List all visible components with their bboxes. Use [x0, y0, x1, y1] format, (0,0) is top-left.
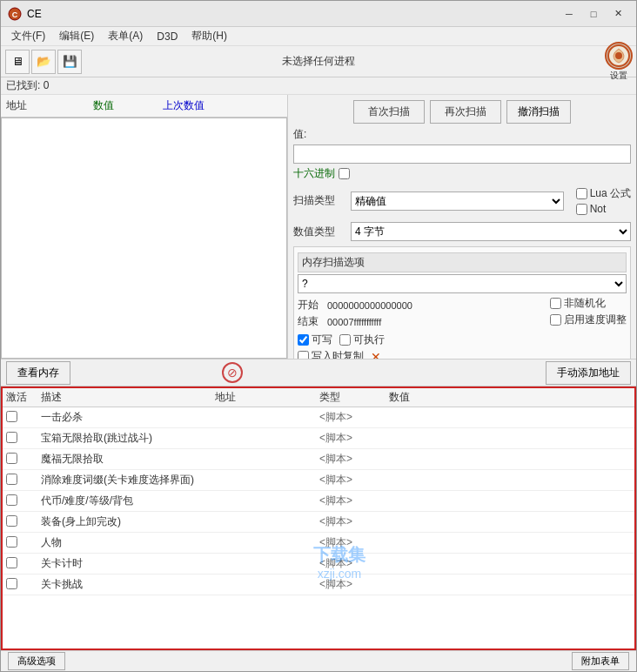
data-type-select[interactable]: 4 字节 [351, 222, 631, 241]
not-label[interactable]: Not [576, 203, 631, 215]
not-checkbox[interactable] [576, 204, 587, 215]
cancel-scan-button[interactable]: 撤消扫描 [506, 100, 571, 124]
menu-file[interactable]: 文件(F) [4, 27, 52, 45]
cheat-row-4[interactable]: 代币/难度/等级/背包 <脚本> [3, 491, 634, 512]
data-type-row: 数值类型 4 字节 [293, 222, 631, 241]
cheat-row-1[interactable]: 宝箱无限拾取(跳过战斗) <脚本> [3, 428, 634, 449]
cheat-row-5[interactable]: 装备(身上卸完改) <脚本> [3, 512, 634, 533]
advanced-button[interactable]: 高级选项 [8, 652, 65, 670]
cheat-type-0: <脚本> [319, 410, 389, 425]
cheat-row-2[interactable]: 魔福无限拾取 <脚本> [3, 449, 634, 470]
hex-checkbox[interactable] [339, 168, 350, 179]
memory-checkboxes: 可写 可执行 [298, 333, 627, 347]
maximize-button[interactable]: □ [582, 4, 605, 24]
cheat-active-3[interactable] [6, 474, 17, 485]
lua-formula-label[interactable]: Lua 公式 [576, 186, 631, 201]
writable-checkbox[interactable] [298, 334, 309, 346]
cheat-active-2[interactable] [6, 453, 17, 464]
menu-d3d[interactable]: D3D [150, 29, 184, 44]
cheat-desc-7: 关卡计时 [41, 556, 215, 571]
cheat-row-3[interactable]: 消除难度词缀(关卡难度选择界面) <脚本> [3, 470, 634, 491]
copy-on-write-label[interactable]: 写入时复制 [298, 349, 364, 359]
cheat-type-3: <脚本> [319, 473, 389, 487]
folder-button[interactable]: 📂 [31, 50, 56, 74]
start-label: 开始 [298, 298, 324, 312]
speed-adjust-checkbox[interactable] [550, 314, 561, 326]
cheat-active-5[interactable] [6, 515, 17, 527]
executable-checkbox[interactable] [339, 334, 351, 346]
lua-formula-checkbox[interactable] [576, 188, 587, 199]
cheat-active-6[interactable] [6, 536, 17, 548]
value-input[interactable] [293, 144, 631, 164]
col-prev-value: 上次数值 [158, 97, 245, 115]
cheat-col-type: 类型 [319, 390, 389, 405]
menu-table[interactable]: 表单(A) [101, 27, 150, 45]
add-address-button[interactable]: 手动添加地址 [546, 361, 631, 385]
cheat-active-1[interactable] [6, 432, 17, 443]
end-label: 结束 [298, 314, 324, 329]
start-value: 0000000000000000 [327, 300, 546, 311]
not-random-label[interactable]: 非随机化 [550, 296, 627, 311]
cheat-active-7[interactable] [6, 557, 17, 568]
cheat-active-8[interactable] [6, 578, 17, 589]
bottom-toolbar: 查看内存 ⊘ 手动添加地址 [1, 359, 636, 386]
cheat-type-6: <脚本> [319, 535, 389, 550]
cheat-desc-3: 消除难度词缀(关卡难度选择界面) [41, 473, 215, 487]
toolbar-right: 设置 [605, 42, 633, 82]
cheat-desc-4: 代币/难度/等级/背包 [41, 494, 215, 508]
cheat-col-val: 数值 [389, 390, 459, 405]
cheat-row-6[interactable]: 人物 <脚本> [3, 533, 634, 554]
lua-formula-text: Lua 公式 [590, 186, 631, 201]
menu-help[interactable]: 帮助(H) [184, 27, 234, 45]
cheat-col-active: 激活 [6, 390, 41, 405]
end-value: 00007fffffffffff [327, 317, 546, 327]
bottom-bar: 高级选项 附加表单 [1, 650, 636, 671]
cheat-table[interactable]: 激活 描述 地址 类型 数值 一击必杀 <脚本> 宝箱无限拾取(跳过战斗) <脚… [1, 386, 636, 650]
minimize-button[interactable]: ─ [558, 4, 580, 24]
menu-bar: 文件(F) 编辑(E) 表单(A) D3D 帮助(H) [1, 27, 636, 46]
speed-adjust-label[interactable]: 启用速度调整 [550, 312, 627, 327]
data-type-label: 数值类型 [293, 225, 345, 239]
next-scan-button[interactable]: 再次扫描 [430, 100, 501, 124]
memory-type-select[interactable]: ? [298, 274, 627, 293]
status-bar: 已找到: 0 [1, 77, 636, 95]
cancel-circle[interactable]: ⊘ [222, 362, 243, 383]
not-random-text: 非随机化 [564, 296, 606, 311]
address-list[interactable] [1, 118, 287, 359]
folder-icon: 📂 [37, 55, 51, 68]
cheat-row-0[interactable]: 一击必杀 <脚本> [3, 407, 634, 428]
cheat-active-0[interactable] [6, 411, 17, 422]
cheat-row-8[interactable]: 关卡挑战 <脚本> [3, 575, 634, 595]
executable-label[interactable]: 可执行 [339, 333, 385, 347]
copy-on-write-text: 写入时复制 [312, 349, 364, 359]
main-window: C CE ─ □ ✕ 文件(F) 编辑(E) 表单(A) D3D 帮助(H) 🖥… [0, 0, 637, 672]
left-panel: 地址 数值 上次数值 [1, 95, 288, 359]
not-text: Not [590, 203, 607, 215]
cheat-table-header: 激活 描述 地址 类型 数值 [3, 388, 634, 407]
scan-type-select[interactable]: 精确值 [351, 192, 564, 211]
scan-buttons: 首次扫描 再次扫描 撤消扫描 [293, 100, 631, 124]
writable-label[interactable]: 可写 [298, 333, 332, 347]
cheat-desc-5: 装备(身上卸完改) [41, 514, 215, 529]
first-scan-button[interactable]: 首次扫描 [353, 100, 425, 124]
close-button[interactable]: ✕ [607, 4, 629, 24]
menu-edit[interactable]: 编辑(E) [52, 27, 101, 45]
memory-options-title: 内存扫描选项 [298, 252, 627, 272]
save-button[interactable]: 💾 [57, 50, 82, 74]
col-address: 地址 [1, 97, 88, 115]
end-addr-row: 结束 00007fffffffffff [298, 314, 546, 329]
settings-area[interactable]: 设置 [605, 42, 633, 82]
memory-options: 内存扫描选项 ? 开始 0000000000000000 结束 00007fff… [293, 246, 631, 359]
x-mark[interactable]: ✕ [371, 350, 381, 360]
copy-on-write-checkbox[interactable] [298, 351, 309, 359]
speed-adjust-text: 启用速度调整 [564, 312, 627, 327]
memory-view-button[interactable]: 查看内存 [6, 361, 70, 385]
process-title: 未选择任何进程 [282, 54, 355, 69]
cheat-row-7[interactable]: 关卡计时 <脚本> [3, 554, 634, 575]
monitor-button[interactable]: 🖥 [5, 50, 30, 74]
add-table-button[interactable]: 附加表单 [572, 652, 629, 670]
col-value: 数值 [88, 97, 158, 115]
value-label: 值: [293, 127, 631, 142]
not-random-checkbox[interactable] [550, 298, 561, 309]
cheat-active-4[interactable] [6, 494, 17, 506]
